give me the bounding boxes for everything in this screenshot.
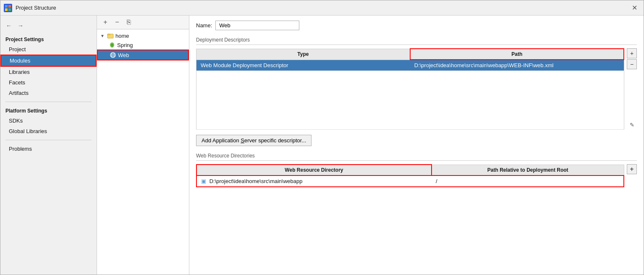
deployment-path-cell: D:\project\idea\home\src\main\webapp\WEB… bbox=[410, 60, 624, 71]
tree-item-spring[interactable]: Spring bbox=[97, 40, 189, 50]
svg-rect-0 bbox=[5, 5, 8, 8]
back-button[interactable]: ← bbox=[4, 21, 14, 31]
sidebar-item-facets[interactable]: Facets bbox=[0, 77, 97, 88]
web-resource-title: Web Resource Directories bbox=[196, 153, 637, 161]
sidebar-item-libraries[interactable]: Libraries bbox=[0, 67, 97, 77]
remove-descriptor-button[interactable]: − bbox=[627, 59, 637, 69]
tree-copy-button[interactable]: ⎘ bbox=[124, 17, 134, 27]
sidebar-divider-2 bbox=[5, 140, 92, 140]
svg-rect-3 bbox=[8, 8, 11, 11]
tree-label-spring: Spring bbox=[117, 42, 133, 48]
web-icon bbox=[110, 52, 116, 58]
svg-rect-1 bbox=[8, 5, 11, 8]
platform-settings-header: Platform Settings bbox=[0, 105, 97, 115]
edit-descriptor-button[interactable]: ✎ bbox=[627, 120, 637, 130]
tree-content: ▼ home bbox=[97, 29, 189, 275]
title-bar: Project Structure ✕ bbox=[0, 0, 644, 16]
sidebar-item-sdks[interactable]: SDKs bbox=[0, 115, 97, 126]
add-descriptor-button[interactable]: + bbox=[627, 48, 637, 58]
window-title: Project Structure bbox=[16, 5, 628, 11]
tree-add-button[interactable]: + bbox=[100, 17, 110, 27]
tree-item-home[interactable]: ▼ home bbox=[97, 31, 189, 40]
svg-rect-2 bbox=[5, 8, 8, 11]
content-area: ← → Project Settings Project Modules Lib… bbox=[0, 16, 644, 275]
tree-item-web[interactable]: Web bbox=[97, 50, 189, 60]
folder-small-icon: ▣ bbox=[201, 178, 206, 184]
name-input[interactable] bbox=[215, 21, 299, 30]
sidebar-item-project[interactable]: Project bbox=[0, 44, 97, 55]
sidebar-divider bbox=[5, 102, 92, 102]
project-structure-window: Project Structure ✕ ← → Project Settings… bbox=[0, 0, 644, 275]
sidebar-item-artifacts[interactable]: Artifacts bbox=[0, 88, 97, 98]
tree-label-web: Web bbox=[118, 52, 129, 58]
add-server-descriptor-button[interactable]: Add Application Server specific descript… bbox=[196, 135, 312, 146]
name-label: Name: bbox=[196, 22, 212, 29]
col-path-relative-header: Path Relative to Deployment Root bbox=[432, 165, 624, 175]
tree-label-home: home bbox=[115, 33, 129, 39]
main-content: Name: Deployment Descriptors Type Path bbox=[189, 16, 644, 275]
web-resource-path-cell: / bbox=[432, 175, 624, 187]
web-resource-table: Web Resource Directory Path Relative to … bbox=[196, 164, 624, 187]
close-button[interactable]: ✕ bbox=[628, 2, 640, 14]
deployment-table: Type Path Web Module Deployment Descript… bbox=[196, 48, 624, 130]
app-icon bbox=[4, 4, 12, 12]
col-web-resource-header: Web Resource Directory bbox=[196, 165, 432, 175]
web-resource-row[interactable]: ▣ D:\project\idea\home\src\main\webapp / bbox=[196, 175, 624, 187]
tree-arrow-home: ▼ bbox=[100, 34, 105, 38]
web-resource-dir-cell: ▣ D:\project\idea\home\src\main\webapp bbox=[196, 175, 432, 187]
module-tree-panel: + − ⎘ ▼ home bbox=[97, 16, 189, 275]
deployment-type-cell: Web Module Deployment Descriptor bbox=[196, 60, 410, 71]
nav-controls: ← → bbox=[0, 19, 97, 34]
table-row-empty bbox=[196, 71, 624, 130]
sidebar: ← → Project Settings Project Modules Lib… bbox=[0, 16, 97, 275]
sidebar-item-modules[interactable]: Modules bbox=[0, 55, 97, 67]
deployment-descriptors-title: Deployment Descriptors bbox=[196, 37, 637, 45]
table-row[interactable]: Web Module Deployment Descriptor D:\proj… bbox=[196, 60, 624, 71]
sidebar-item-problems[interactable]: Problems bbox=[0, 144, 97, 154]
add-web-resource-button[interactable]: + bbox=[627, 164, 637, 174]
sidebar-item-global-libraries[interactable]: Global Libraries bbox=[0, 126, 97, 136]
spring-icon bbox=[109, 42, 115, 48]
svg-rect-5 bbox=[107, 34, 110, 35]
tree-toolbar: + − ⎘ bbox=[97, 16, 189, 29]
tree-remove-button[interactable]: − bbox=[112, 17, 122, 27]
col-type-header: Type bbox=[196, 49, 410, 60]
project-settings-header: Project Settings bbox=[0, 34, 97, 44]
add-server-btn-label: Add Application Server specific descript… bbox=[202, 137, 306, 144]
folder-icon bbox=[107, 32, 114, 39]
col-path-header: Path bbox=[410, 49, 624, 60]
forward-button[interactable]: → bbox=[16, 21, 26, 31]
name-row: Name: bbox=[196, 21, 637, 30]
